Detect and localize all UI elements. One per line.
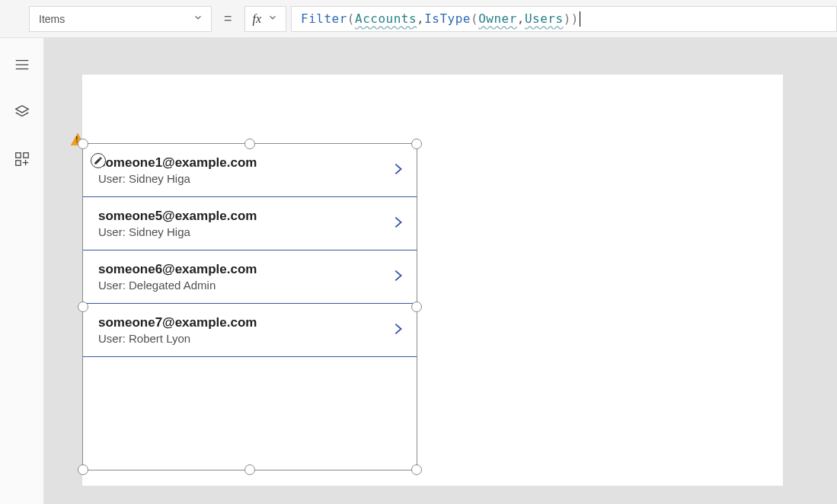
property-selector-value: Items [39, 13, 65, 25]
formula-token: Owner [478, 11, 517, 26]
item-title: someone5@example.com [98, 209, 389, 224]
list-item[interactable]: someone7@example.com User: Robert Lyon [83, 304, 417, 357]
equals-label: = [212, 11, 244, 27]
hamburger-button[interactable] [14, 56, 30, 73]
formula-token: IsType [424, 11, 471, 26]
formula-input[interactable]: Filter( Accounts, IsType( Owner, Users )… [291, 6, 837, 32]
layers-button[interactable] [14, 104, 30, 120]
chevron-right-icon[interactable] [389, 267, 406, 287]
svg-marker-3 [15, 106, 28, 113]
chevron-right-icon[interactable] [389, 214, 406, 234]
formula-token: Users [525, 11, 564, 26]
formula-token: Filter [301, 11, 347, 26]
item-subtitle: User: Robert Lyon [98, 332, 389, 345]
artboard[interactable]: someone1@example.com User: Sidney Higa s… [82, 75, 783, 486]
resize-handle[interactable] [411, 301, 422, 312]
item-title: someone1@example.com [98, 155, 389, 171]
list-item[interactable]: someone5@example.com User: Sidney Higa [83, 197, 417, 250]
fx-button[interactable]: fx [244, 6, 287, 32]
pencil-icon [94, 156, 103, 165]
list-item[interactable]: someone6@example.com User: Delegated Adm… [83, 250, 417, 304]
chevron-down-icon [193, 12, 203, 25]
insert-button[interactable] [14, 151, 30, 167]
formula-token: ( [347, 11, 355, 26]
layers-icon [14, 104, 30, 120]
canvas-area[interactable]: someone1@example.com User: Sidney Higa s… [44, 38, 837, 504]
formula-token: ( [471, 11, 478, 26]
formula-token: ) [564, 11, 571, 26]
chevron-right-icon[interactable] [389, 161, 406, 180]
left-rail [0, 38, 44, 504]
list-item[interactable]: someone1@example.com User: Sidney Higa [83, 144, 417, 197]
text-cursor [580, 11, 580, 27]
edit-badge[interactable] [91, 153, 106, 168]
formula-token: ) [571, 11, 579, 26]
insert-grid-icon [14, 151, 30, 167]
formula-bar: Items = fx Filter( Accounts, IsType( Own… [0, 0, 837, 38]
resize-handle[interactable] [78, 139, 88, 149]
resize-handle[interactable] [244, 139, 255, 149]
property-selector[interactable]: Items [29, 6, 212, 32]
svg-rect-4 [15, 153, 20, 158]
resize-handle[interactable] [78, 301, 88, 312]
svg-rect-5 [23, 153, 27, 158]
svg-rect-6 [15, 161, 20, 165]
hamburger-icon [14, 56, 30, 73]
item-title: someone7@example.com [98, 315, 389, 330]
chevron-right-icon[interactable] [389, 321, 406, 340]
formula-token: , [517, 11, 525, 26]
gallery-control[interactable]: someone1@example.com User: Sidney Higa s… [82, 143, 417, 471]
item-subtitle: User: Sidney Higa [98, 225, 389, 238]
resize-handle[interactable] [244, 464, 255, 475]
fx-label: fx [253, 12, 262, 26]
chevron-down-icon [267, 12, 278, 26]
item-subtitle: User: Delegated Admin [98, 279, 389, 292]
resize-handle[interactable] [78, 464, 88, 475]
resize-handle[interactable] [411, 139, 422, 149]
item-title: someone6@example.com [98, 262, 389, 277]
formula-token: , [417, 11, 424, 26]
item-subtitle: User: Sidney Higa [98, 172, 389, 185]
formula-token: Accounts [355, 11, 417, 26]
resize-handle[interactable] [411, 464, 422, 475]
